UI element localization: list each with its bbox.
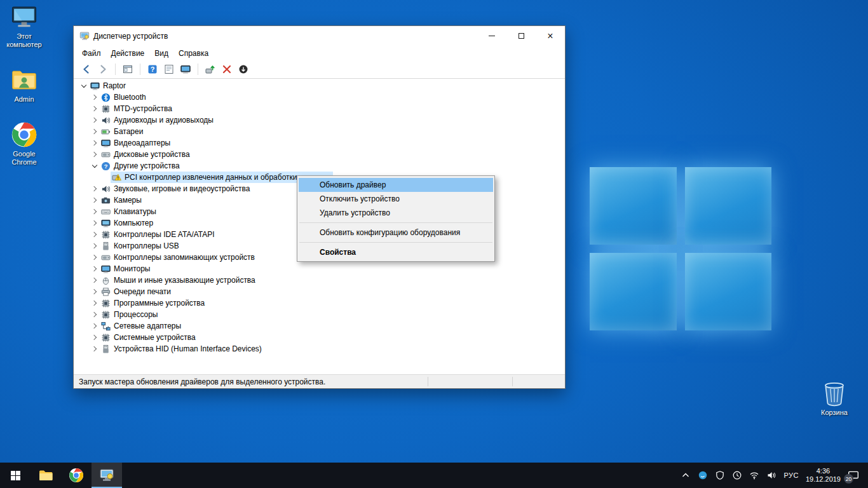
tree-item[interactable]: Дисковые устройства	[74, 149, 565, 160]
expand-chevron-icon[interactable]	[90, 161, 100, 171]
context-menu-item[interactable]: Удалить устройство	[299, 206, 493, 220]
expand-chevron-icon[interactable]	[90, 195, 100, 205]
back-button[interactable]	[79, 62, 93, 76]
forward-button[interactable]	[96, 62, 110, 76]
titlebar[interactable]: Диспетчер устройств ×	[74, 26, 565, 46]
tree-item-content[interactable]: Контроллеры запоминающих устройств	[100, 252, 257, 263]
expand-chevron-icon[interactable]	[90, 92, 100, 102]
tree-item-content[interactable]: Программные устройства	[100, 297, 207, 309]
expand-chevron-icon[interactable]	[90, 126, 100, 137]
tree-item[interactable]: Мониторы	[74, 263, 565, 274]
minimize-button[interactable]	[477, 26, 506, 46]
defender-shield-icon[interactable]	[715, 470, 725, 480]
expand-chevron-icon[interactable]	[90, 149, 100, 159]
tree-item-content[interactable]: Аудиовходы и аудиовыходы	[100, 114, 215, 126]
expand-chevron-icon[interactable]	[90, 241, 100, 251]
context-menu-item[interactable]: Обновить конфигурацию оборудования	[299, 226, 493, 240]
update-driver-button[interactable]	[203, 62, 217, 76]
expand-chevron-icon[interactable]	[90, 287, 100, 297]
tree-item-content[interactable]: Bluetooth	[100, 92, 148, 103]
tree-item[interactable]: MTD-устройства	[74, 103, 565, 114]
tree-item-content[interactable]: Мыши и иные указывающие устройства	[100, 274, 257, 286]
tree-item-content[interactable]: ?Другие устройства	[100, 160, 182, 172]
maximize-button[interactable]	[506, 26, 536, 46]
messaging-icon[interactable]	[698, 470, 708, 480]
tree-item-content[interactable]: Устройства HID (Human Interface Devices)	[100, 343, 264, 355]
taskbar-chrome[interactable]	[61, 463, 92, 488]
menu-item-2[interactable]: Вид	[149, 47, 173, 60]
expand-chevron-icon[interactable]	[90, 264, 100, 274]
tree-item-content[interactable]: Контроллеры IDE ATA/ATAPI	[100, 229, 217, 240]
expand-chevron-icon[interactable]	[90, 229, 100, 240]
tree-item-content[interactable]: Компьютер	[100, 217, 155, 229]
expand-chevron-icon[interactable]	[90, 321, 100, 331]
tree-item-content[interactable]: MTD-устройства	[100, 103, 174, 114]
tree-item[interactable]: Процессоры	[74, 309, 565, 320]
tree-item-content[interactable]: Дисковые устройства	[100, 149, 192, 160]
close-button[interactable]: ×	[536, 26, 565, 46]
tree-item-content[interactable]: Контроллеры USB	[100, 240, 181, 252]
tree-item-content[interactable]: Батареи	[100, 126, 145, 137]
desktop-icon-recycle-bin[interactable]: Корзина	[816, 380, 853, 417]
volume-icon[interactable]	[766, 470, 776, 480]
action-center-button[interactable]: 20	[848, 469, 860, 482]
expand-chevron-icon[interactable]	[90, 344, 100, 354]
menu-item-0[interactable]: Файл	[77, 47, 106, 60]
context-menu-item[interactable]: Обновить драйвер	[299, 178, 493, 192]
tree-item-content[interactable]: Клавиатуры	[100, 206, 158, 217]
expand-chevron-icon[interactable]	[90, 207, 100, 217]
tree-item[interactable]: Очереди печати	[74, 286, 565, 297]
expand-chevron-icon[interactable]	[90, 298, 100, 308]
uninstall-device-button[interactable]	[220, 62, 234, 76]
menu-item-1[interactable]: Действие	[106, 47, 150, 60]
taskbar-start-button[interactable]	[0, 463, 31, 488]
devices-view-button[interactable]	[179, 62, 193, 76]
context-menu-item[interactable]: Свойства	[299, 245, 493, 259]
tree-item[interactable]: Видеоадаптеры	[74, 137, 565, 149]
tree-item-content[interactable]: Видеоадаптеры	[100, 137, 172, 149]
expand-chevron-icon[interactable]	[90, 184, 100, 194]
expand-chevron-icon[interactable]	[90, 332, 100, 342]
language-indicator[interactable]: РУС	[783, 471, 799, 479]
tree-item[interactable]: ?Другие устройства	[74, 160, 565, 172]
tree-item[interactable]: Сетевые адаптеры	[74, 320, 565, 332]
context-menu-item[interactable]: Отключить устройство	[299, 192, 493, 206]
expand-chevron-icon[interactable]	[90, 218, 100, 228]
properties-button[interactable]	[162, 62, 176, 76]
taskbar-device-manager[interactable]	[92, 463, 122, 488]
tree-item[interactable]: Устройства HID (Human Interface Devices)	[74, 343, 565, 355]
tree-item-content[interactable]: Системные устройства	[100, 332, 198, 343]
tree-item[interactable]: Программные устройства	[74, 297, 565, 309]
desktop-icon-admin-folder[interactable]: Admin	[3, 67, 45, 104]
help-button[interactable]: ?	[146, 62, 159, 76]
expand-chevron-icon[interactable]	[90, 104, 100, 114]
expand-chevron-icon[interactable]	[90, 252, 100, 262]
network-icon[interactable]	[749, 470, 759, 480]
tree-item[interactable]: Мыши и иные указывающие устройства	[74, 274, 565, 286]
tree-item[interactable]: Raptor	[74, 80, 565, 92]
tree-item[interactable]: Батареи	[74, 126, 565, 137]
tree-item[interactable]: Bluetooth	[74, 92, 565, 103]
tree-item-content[interactable]: Сетевые адаптеры	[100, 320, 183, 332]
show-console-tree-button[interactable]	[121, 62, 135, 76]
tree-item-content[interactable]: Raptor	[89, 80, 128, 92]
tree-item-content[interactable]: Звуковые, игровые и видеоустройства	[100, 183, 252, 194]
clock[interactable]: 4:36 19.12.2019	[806, 467, 841, 484]
disable-device-button[interactable]	[236, 62, 250, 76]
clock-icon[interactable]	[732, 470, 742, 480]
tree-item-content[interactable]: Процессоры	[100, 309, 160, 320]
desktop-icon-chrome[interactable]: Google Chrome	[3, 121, 45, 166]
expand-chevron-icon[interactable]	[90, 138, 100, 148]
chevron-up-icon[interactable]	[681, 470, 691, 480]
expand-chevron-icon[interactable]	[90, 309, 100, 320]
tree-item-content[interactable]: Очереди печати	[100, 286, 173, 297]
tree-item-content[interactable]: Камеры	[100, 194, 144, 206]
expand-chevron-icon[interactable]	[90, 115, 100, 125]
tree-item[interactable]: Системные устройства	[74, 332, 565, 343]
expand-chevron-icon[interactable]	[79, 81, 89, 91]
tree-item[interactable]: Аудиовходы и аудиовыходы	[74, 114, 565, 126]
tree-item-content[interactable]: Мониторы	[100, 263, 152, 274]
menu-item-3[interactable]: Справка	[173, 47, 214, 60]
expand-chevron-icon[interactable]	[90, 275, 100, 285]
taskbar-file-explorer[interactable]	[31, 463, 61, 488]
